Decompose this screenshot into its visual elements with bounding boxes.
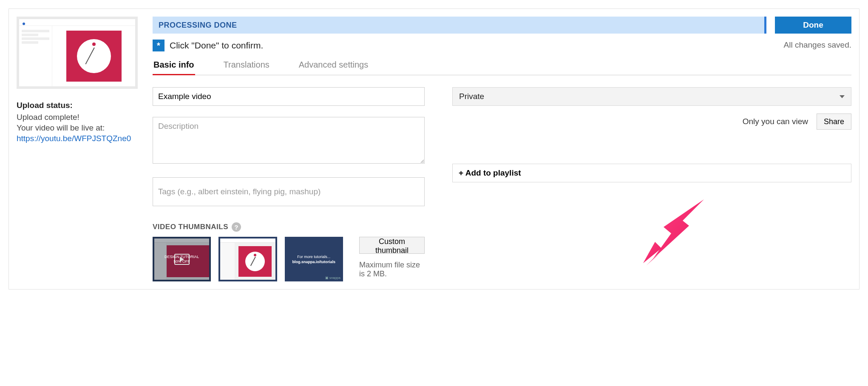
- upload-editor-panel: Upload status: Upload complete! Your vid…: [9, 9, 859, 290]
- processing-status-bar: PROCESSING DONE: [153, 17, 766, 34]
- thumbnail-option-1[interactable]: DESIGN TUTORIAL50% OFF: [153, 237, 211, 281]
- thumbnail-option-2[interactable]: [218, 237, 277, 281]
- tab-basic-info[interactable]: Basic info: [153, 60, 195, 75]
- help-icon[interactable]: ?: [232, 222, 241, 232]
- custom-thumbnail-button[interactable]: Custom thumbnail: [359, 237, 425, 254]
- done-button[interactable]: Done: [775, 17, 851, 34]
- privacy-view-note: Only you can view: [743, 117, 808, 126]
- chevron-down-icon: [840, 95, 845, 98]
- video-tags-input[interactable]: [153, 177, 425, 206]
- main-column: PROCESSING DONE Done * Click "Done" to c…: [153, 17, 851, 281]
- save-status-text: All changes saved.: [784, 40, 852, 50]
- left-column: Upload status: Upload complete! Your vid…: [17, 17, 138, 281]
- video-preview-thumbnail[interactable]: [17, 17, 138, 89]
- video-description-input[interactable]: [153, 117, 425, 164]
- thumbnail-option-3[interactable]: For more tutorials...blog.snappa.io/tuto…: [285, 237, 343, 281]
- max-file-size-note: Maximum file size is 2 MB.: [359, 261, 425, 278]
- tab-translations[interactable]: Translations: [223, 60, 270, 75]
- thumbnails-header: VIDEO THUMBNAILS: [153, 223, 228, 231]
- upload-status-message: Upload complete!: [17, 113, 138, 122]
- tabs: Basic info Translations Advanced setting…: [153, 60, 851, 75]
- privacy-dropdown[interactable]: Private: [452, 87, 851, 106]
- share-button[interactable]: Share: [817, 114, 851, 130]
- add-to-playlist-button[interactable]: + Add to playlist: [452, 164, 851, 182]
- upload-status-title: Upload status:: [17, 101, 138, 110]
- asterisk-icon: *: [153, 40, 165, 51]
- upload-video-url-link[interactable]: https://youtu.be/WFPJSTQZne0: [17, 134, 131, 143]
- upload-status: Upload status: Upload complete! Your vid…: [17, 101, 138, 143]
- tab-advanced-settings[interactable]: Advanced settings: [298, 60, 369, 75]
- video-title-input[interactable]: [153, 87, 425, 106]
- upload-live-prefix: Your video will be live at:: [17, 123, 138, 133]
- confirm-tip-text: Click "Done" to confirm.: [170, 40, 263, 51]
